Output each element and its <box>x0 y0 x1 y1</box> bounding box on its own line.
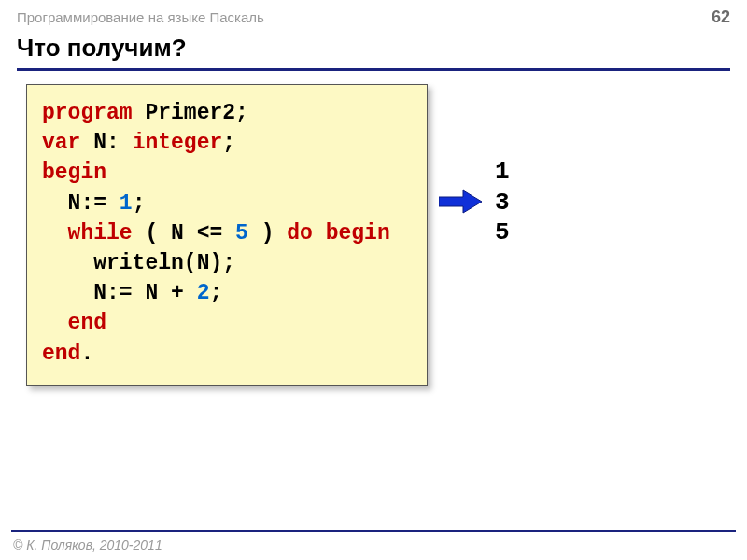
arrow-right-icon <box>439 189 484 218</box>
code-token: while <box>68 221 133 245</box>
code-token: N: <box>80 131 132 155</box>
code-token: begin <box>42 161 106 185</box>
code-token: ; <box>222 131 235 155</box>
title-underline <box>17 68 730 71</box>
page-number: 62 <box>712 7 730 27</box>
program-output: 1 3 5 <box>495 157 510 248</box>
copyright: © К. Поляков, 2010-2011 <box>13 538 162 553</box>
code-token: N:= N + <box>42 281 197 305</box>
code-token: ) <box>248 221 287 245</box>
code-token <box>42 311 68 335</box>
code-token: program <box>42 101 133 125</box>
svg-marker-0 <box>439 190 482 213</box>
code-token: integer <box>133 131 223 155</box>
code-token: do begin <box>287 221 389 245</box>
slide-title: Что получим? <box>17 34 730 68</box>
code-token: ( N <= <box>133 221 235 245</box>
code-token: end <box>68 311 106 335</box>
title-block: Что получим? <box>17 34 730 71</box>
slide-header: Программирование на языке Паскаль 62 <box>17 7 730 27</box>
code-token: writeln(N); <box>42 251 235 275</box>
code-token: N:= <box>42 191 120 216</box>
code-token <box>42 221 68 245</box>
code-token: 5 <box>235 221 248 245</box>
code-token: 1 <box>120 191 133 216</box>
code-token: ; <box>133 191 146 216</box>
code-token: end <box>42 342 80 366</box>
code-token: . <box>80 342 93 366</box>
code-token: var <box>42 131 80 155</box>
code-listing: program Primer2; var N: integer; begin N… <box>26 84 428 386</box>
footer-divider <box>11 530 736 532</box>
subject-label: Программирование на языке Паскаль <box>17 9 264 25</box>
code-token: Primer2; <box>133 101 248 125</box>
code-token: 2 <box>197 281 210 305</box>
code-token: ; <box>209 281 222 305</box>
